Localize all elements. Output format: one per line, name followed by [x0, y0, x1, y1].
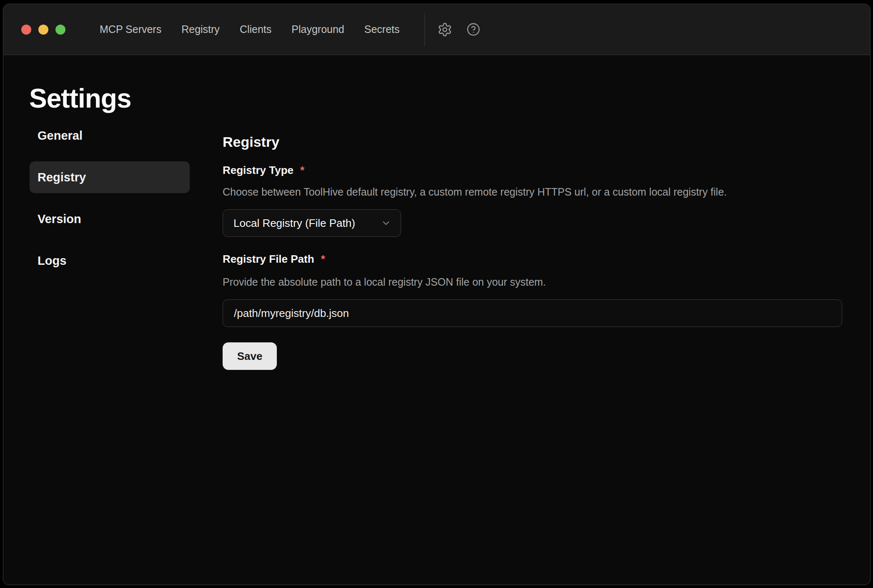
nav-item-mcp-servers[interactable]: MCP Servers [100, 23, 161, 35]
chevron-down-icon [381, 218, 391, 229]
required-asterisk: * [300, 164, 304, 177]
registry-settings-panel: Registry Registry Type * Choose between … [223, 4, 842, 585]
registry-file-path-label-text: Registry File Path [223, 253, 314, 266]
settings-sidebar: General Registry Version Logs [30, 120, 190, 276]
sidebar-item-general[interactable]: General [30, 120, 190, 151]
registry-file-path-input[interactable] [223, 299, 842, 327]
registry-type-label: Registry Type * [223, 164, 304, 177]
required-asterisk: * [321, 253, 325, 266]
sidebar-item-registry[interactable]: Registry [30, 161, 190, 193]
section-heading: Registry [223, 134, 279, 150]
registry-type-label-text: Registry Type [223, 164, 294, 177]
traffic-lights [21, 25, 65, 35]
nav-item-registry[interactable]: Registry [181, 23, 220, 35]
registry-type-selected-value: Local Registry (File Path) [233, 217, 355, 230]
sidebar-item-logs[interactable]: Logs [30, 245, 190, 276]
registry-type-description: Choose between ToolHive default registry… [223, 186, 727, 198]
registry-file-path-label: Registry File Path * [223, 253, 325, 266]
save-button[interactable]: Save [223, 342, 277, 370]
zoom-button[interactable] [55, 25, 65, 35]
registry-type-select[interactable]: Local Registry (File Path) [223, 209, 401, 237]
registry-file-path-description: Provide the absolute path to a local reg… [223, 276, 546, 288]
app-window: MCP Servers Registry Clients Playground … [3, 4, 870, 585]
close-button[interactable] [21, 25, 31, 35]
sidebar-item-version[interactable]: Version [30, 203, 190, 235]
page-title: Settings [29, 83, 131, 114]
minimize-button[interactable] [38, 25, 48, 35]
